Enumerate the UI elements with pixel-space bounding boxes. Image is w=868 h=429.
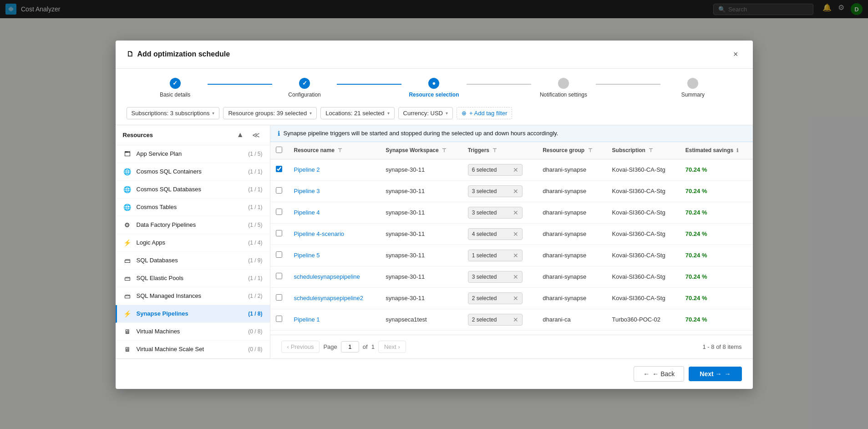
row-checkbox[interactable] [276,294,282,301]
row-resource-name: Pipeline 2 [289,159,381,180]
resource-name-link[interactable]: Pipeline 1 [294,316,320,323]
resource-name-link[interactable]: schedulesynapsepipeline [294,273,360,280]
resource-groups-filter[interactable]: Resource groups: 39 selected ▾ [223,107,317,119]
step-resource-selection: ● Resource selection [401,78,466,98]
row-synapse-workspace: synapse-30-11 [380,159,462,180]
trigger-clear-icon[interactable]: ✕ [513,252,518,259]
trigger-clear-icon[interactable]: ✕ [513,188,518,195]
row-triggers: 4 selected ✕ [462,223,538,245]
resource-name-link[interactable]: Pipeline 4-scenario [294,230,345,237]
next-button-footer[interactable]: Next → → [689,367,741,381]
trigger-clear-icon[interactable]: ✕ [513,316,518,323]
cosmos-sql-databases-icon: 🌐 [123,185,132,194]
row-estimated-savings: 70.24 % [680,159,753,180]
resource-item-data-factory-pipelines[interactable]: ⚙ Data Factory Pipelines (1 / 5) [116,216,270,234]
row-checkbox[interactable] [276,187,282,194]
row-resource-group: dharani-synapse [537,245,606,266]
resource-name-link[interactable]: Pipeline 5 [294,252,320,259]
synapse-workspace-filter-icon[interactable]: ⊤ [442,148,447,153]
previous-button[interactable]: ‹ Previous [281,341,320,353]
resource-group-filter-icon[interactable]: ⊤ [588,148,593,153]
resource-item-cosmos-tables[interactable]: 🌐 Cosmos Tables (1 / 1) [116,199,270,216]
trigger-clear-icon[interactable]: ✕ [513,273,518,281]
select-all-checkbox[interactable] [276,147,282,153]
locations-filter[interactable]: Locations: 21 selected ▾ [320,107,394,119]
trigger-badge: 6 selected ✕ [468,164,523,176]
row-checkbox[interactable] [276,166,282,172]
resource-name-link[interactable]: Pipeline 4 [294,209,320,216]
collapse-all-icon[interactable]: ≪ [249,130,263,140]
pagination-controls: ‹ Previous Page of 1 Next › [281,341,406,353]
row-resource-group: dharani-synapse [537,223,606,245]
resource-name-link[interactable]: Pipeline 2 [294,166,320,173]
resource-item-sql-elastic-pools[interactable]: 🗃 SQL Elastic Pools (1 / 1) [116,270,270,287]
close-button[interactable]: × [730,48,742,61]
back-button[interactable]: ← ← Back [634,366,684,382]
row-resource-name: Pipeline 3 [289,180,381,202]
row-checkbox[interactable] [276,251,282,258]
dialog-title-icon: 🗋 [127,50,134,58]
table-row: schedulesynapsepipeline2 synapse-30-11 2… [270,287,753,309]
content-panel: ℹ Synapse pipeline triggers will be star… [270,125,753,358]
sql-managed-instances-icon: 🗃 [123,291,132,301]
row-checkbox-cell[interactable] [270,266,289,287]
row-resource-group: dharani-synapse [537,180,606,202]
row-checkbox-cell[interactable] [270,180,289,202]
resource-item-cosmos-sql-databases[interactable]: 🌐 Cosmos SQL Databases (1 / 1) [116,181,270,199]
connector-2-3 [337,84,401,85]
trigger-clear-icon[interactable]: ✕ [513,295,518,302]
collapse-icon[interactable]: ▲ [234,130,247,140]
trigger-badge: 3 selected ✕ [468,271,523,283]
row-checkbox[interactable] [276,230,282,236]
row-resource-name: Pipeline 4-scenario [289,223,381,245]
resource-item-sql-databases[interactable]: 🗃 SQL Databases (1 / 9) [116,252,270,270]
next-button[interactable]: Next › [378,341,406,353]
cosmos-tables-icon: 🌐 [123,203,132,212]
trigger-clear-icon[interactable]: ✕ [513,230,518,238]
row-checkbox-cell[interactable] [270,245,289,266]
trigger-clear-icon[interactable]: ✕ [513,209,518,216]
resource-item-app-service-plan[interactable]: 🗔 App Service Plan (1 / 5) [116,145,270,163]
chevron-down-icon: ▾ [212,111,214,116]
resource-item-sql-managed-instances[interactable]: 🗃 SQL Managed Instances (1 / 2) [116,287,270,305]
row-resource-name: Pipeline 1 [289,309,381,330]
row-checkbox-cell[interactable] [270,202,289,223]
resource-name-link[interactable]: Pipeline 3 [294,188,320,194]
row-synapse-workspace: synapse-30-11 [380,287,462,309]
row-triggers: 3 selected ✕ [462,202,538,223]
resource-item-synapse-pipelines[interactable]: ⚡ Synapse Pipelines (1 / 8) [116,305,270,323]
row-checkbox-cell[interactable] [270,223,289,245]
resource-item-virtual-machines[interactable]: 🖥 Virtual Machines (0 / 8) [116,323,270,341]
resource-name-link[interactable]: schedulesynapsepipeline2 [294,295,364,301]
resource-item-logic-apps[interactable]: ⚡ Logic Apps (1 / 4) [116,234,270,252]
trigger-clear-icon[interactable]: ✕ [513,166,518,174]
row-checkbox-cell[interactable] [270,287,289,309]
resources-panel: Resources ▲ ≪ 🗔 App Service Plan (1 / 5)… [116,125,270,358]
step-5-circle [687,78,698,89]
th-resource-group: Resource group ⊤ [537,142,606,159]
resources-header: Resources ▲ ≪ [116,125,270,145]
subscriptions-filter[interactable]: Subscriptions: 3 subscriptions ▾ [127,107,220,119]
row-estimated-savings: 70.24 % [680,287,753,309]
resource-item-virtual-machine-scale-set[interactable]: 🖥 Virtual Machine Scale Set (0 / 8) [116,341,270,358]
row-checkbox[interactable] [276,273,282,279]
resource-item-cosmos-sql-containers[interactable]: 🌐 Cosmos SQL Containers (1 / 1) [116,163,270,181]
triggers-filter-icon[interactable]: ⊤ [492,148,497,153]
estimated-savings-info-icon[interactable]: ℹ [736,148,738,153]
currency-filter[interactable]: Currency: USD ▾ [398,107,453,119]
add-tag-filter-button[interactable]: ⊕ + Add tag filter [457,107,512,119]
dialog-footer: ← ← Back Next → → [116,358,753,389]
row-estimated-savings: 70.24 % [680,223,753,245]
dialog-body: Resources ▲ ≪ 🗔 App Service Plan (1 / 5)… [116,125,753,358]
table-row: Pipeline 4 synapse-30-11 3 selected ✕ dh… [270,202,753,223]
subscription-filter-icon[interactable]: ⊤ [649,148,653,153]
row-subscription: Turbo360-POC-02 [607,309,680,330]
page-number-input[interactable] [341,341,359,352]
row-resource-group: dharani-ca [537,309,606,330]
row-checkbox-cell[interactable] [270,159,289,180]
resource-name-filter-icon[interactable]: ⊤ [338,148,342,153]
table-header-row: Resource name ⊤ Synapse Workspace ⊤ Trig… [270,142,753,159]
row-checkbox[interactable] [276,209,282,215]
row-checkbox[interactable] [276,316,282,322]
row-checkbox-cell[interactable] [270,309,289,330]
